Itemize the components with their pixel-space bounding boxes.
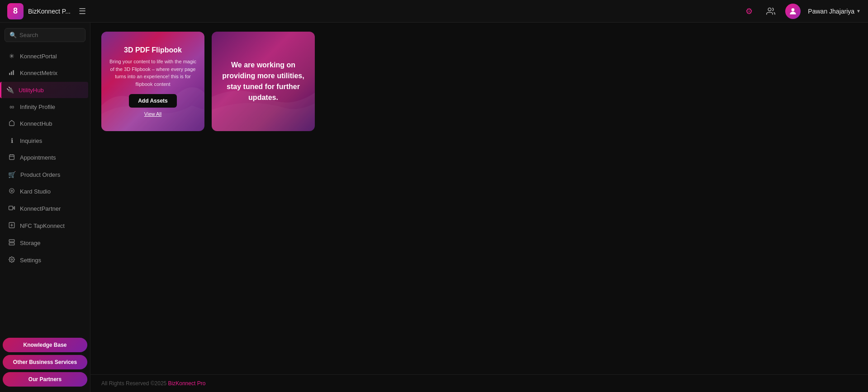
body-layout: 🔍 ✳ KonnectPortal KonnectMetrix 🔌 Utilit… xyxy=(0,23,868,392)
konnect-hub-icon xyxy=(8,120,15,128)
svg-rect-5 xyxy=(9,155,14,160)
svg-point-0 xyxy=(768,8,772,11)
svg-point-18 xyxy=(11,259,13,260)
konnect-partner-icon xyxy=(8,205,15,213)
flipbook-card[interactable]: 3D PDF Flipbook Bring your content to li… xyxy=(101,32,204,131)
app-logo: 8 xyxy=(7,3,24,19)
svg-rect-3 xyxy=(11,71,12,75)
konnect-portal-icon: ✳ xyxy=(8,52,15,60)
sidebar: 🔍 ✳ KonnectPortal KonnectMetrix 🔌 Utilit… xyxy=(0,23,90,392)
user-name-button[interactable]: Pawan Jhajariya ▼ xyxy=(808,8,861,15)
sidebar-item-konnect-partner[interactable]: KonnectPartner xyxy=(2,200,88,217)
product-orders-icon: 🛒 xyxy=(8,171,16,178)
sidebar-item-kard-studio[interactable]: Kard Studio xyxy=(2,183,88,200)
sidebar-item-utility-hub[interactable]: 🔌 UtilityHub xyxy=(0,82,88,98)
sidebar-bottom-buttons: Knowledge Base Other Business Services O… xyxy=(0,334,90,392)
view-all-button[interactable]: View All xyxy=(144,111,161,117)
svg-rect-4 xyxy=(13,70,14,75)
sidebar-item-infinity-profile[interactable]: ∞ Infinity Profile xyxy=(2,99,88,115)
sidebar-item-product-orders[interactable]: 🛒 Product Orders xyxy=(2,166,88,183)
users-icon[interactable] xyxy=(764,4,778,19)
search-icon: 🔍 xyxy=(9,32,17,38)
svg-marker-11 xyxy=(13,207,14,209)
utility-hub-icon: 🔌 xyxy=(6,86,14,94)
svg-point-1 xyxy=(792,8,795,11)
sidebar-item-storage[interactable]: Storage xyxy=(2,235,88,251)
flipbook-card-overlay: 3D PDF Flipbook Bring your content to li… xyxy=(101,32,204,131)
main-content: 3D PDF Flipbook Bring your content to li… xyxy=(90,23,868,392)
user-avatar xyxy=(785,4,801,19)
sidebar-item-konnect-portal[interactable]: ✳ KonnectPortal xyxy=(2,48,88,64)
svg-rect-14 xyxy=(9,240,14,242)
settings-nav-icon xyxy=(8,256,15,264)
top-navigation: 8 BizKonnect P... ☰ ⚙ Pawan Jhajariya ▼ xyxy=(0,0,868,23)
sidebar-item-nfc-tapkonnect[interactable]: NFC TapKonnect xyxy=(2,217,88,234)
inquiries-icon: ℹ xyxy=(8,137,15,144)
kard-studio-icon xyxy=(8,188,15,195)
sidebar-item-inquiries[interactable]: ℹ Inquiries xyxy=(2,132,88,149)
page-footer: All Rights Reserved ©2025 BizKonnect Pro xyxy=(90,374,868,392)
topnav-right-area: ⚙ Pawan Jhajariya ▼ xyxy=(742,4,861,19)
infinity-profile-icon: ∞ xyxy=(8,103,15,110)
coming-soon-card: We are working on providing more utiliti… xyxy=(212,32,315,131)
svg-rect-2 xyxy=(9,73,10,75)
storage-icon xyxy=(8,239,15,247)
chevron-down-icon: ▼ xyxy=(856,9,861,14)
footer-brand: BizKonnect Pro xyxy=(168,380,206,387)
svg-point-10 xyxy=(9,189,14,194)
hamburger-menu-icon[interactable]: ☰ xyxy=(79,6,86,16)
appointments-icon xyxy=(8,154,15,161)
app-title: BizKonnect P... xyxy=(28,8,71,15)
sidebar-item-settings[interactable]: Settings xyxy=(2,252,88,269)
search-input[interactable] xyxy=(19,32,81,38)
other-business-services-button[interactable]: Other Business Services xyxy=(3,355,87,369)
sidebar-item-appointments[interactable]: Appointments xyxy=(2,149,88,166)
flipbook-card-description: Bring your content to life with the magi… xyxy=(109,58,197,88)
coming-soon-text: We are working on providing more utiliti… xyxy=(219,60,308,103)
settings-icon[interactable]: ⚙ xyxy=(742,4,756,19)
sidebar-item-konnect-metrix[interactable]: KonnectMetrix xyxy=(2,65,88,81)
nav-items-list: ✳ KonnectPortal KonnectMetrix 🔌 UtilityH… xyxy=(0,47,90,334)
search-box: 🔍 xyxy=(5,28,85,42)
footer-copyright: All Rights Reserved ©2025 xyxy=(101,380,168,387)
konnect-metrix-icon xyxy=(8,69,15,77)
knowledge-base-button[interactable]: Knowledge Base xyxy=(3,338,87,352)
flipbook-card-title: 3D PDF Flipbook xyxy=(124,46,182,54)
cards-area: 3D PDF Flipbook Bring your content to li… xyxy=(90,23,868,374)
utility-cards-row: 3D PDF Flipbook Bring your content to li… xyxy=(101,32,857,131)
sidebar-item-konnect-hub[interactable]: KonnectHub xyxy=(2,115,88,132)
add-assets-button[interactable]: Add Assets xyxy=(129,94,177,108)
nfc-tapkonnect-icon xyxy=(8,222,15,230)
app-logo-area: 8 BizKonnect P... ☰ xyxy=(7,3,742,19)
svg-rect-12 xyxy=(9,206,13,210)
svg-rect-15 xyxy=(9,243,14,245)
coming-soon-overlay: We are working on providing more utiliti… xyxy=(212,32,315,131)
svg-point-9 xyxy=(11,190,13,192)
our-partners-button[interactable]: Our Partners xyxy=(3,372,87,387)
